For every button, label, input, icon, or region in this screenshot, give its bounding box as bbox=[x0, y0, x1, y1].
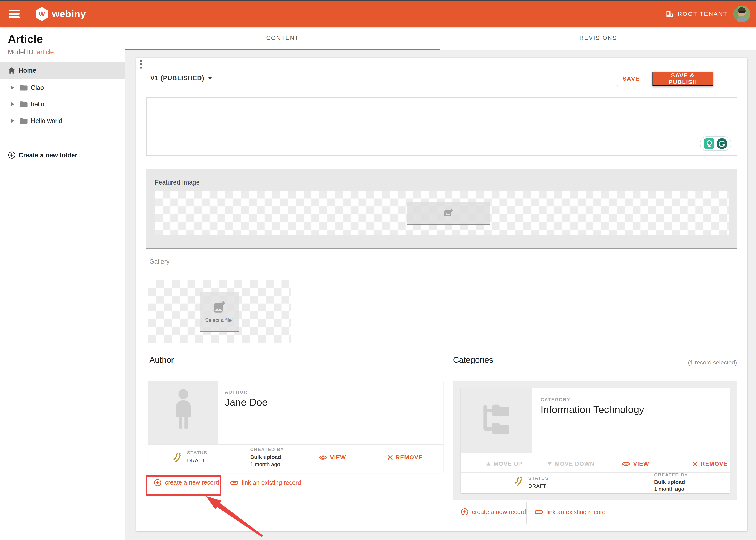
created-by-label: CREATED BY bbox=[250, 447, 284, 452]
draft-status-icon bbox=[514, 476, 524, 487]
top-app-bar: W webiny ROOT TENANT bbox=[0, 1, 756, 27]
featured-image-select-target[interactable] bbox=[407, 202, 490, 225]
author-section-heading: Author bbox=[149, 355, 174, 365]
rich-text-editor[interactable] bbox=[146, 97, 737, 156]
category-record-image bbox=[461, 388, 532, 453]
card-divider bbox=[461, 472, 730, 472]
categories-section-heading: Categories bbox=[453, 355, 493, 365]
tab-content[interactable]: CONTENT bbox=[125, 27, 441, 49]
save-button[interactable]: SAVE bbox=[617, 71, 645, 86]
sidebar: Article Model ID: article Home Ciao hell… bbox=[0, 27, 125, 540]
gallery-select-file-tile[interactable]: Select a file" bbox=[200, 292, 239, 332]
image-add-icon bbox=[443, 207, 454, 218]
grammarly-suggestion-icon[interactable] bbox=[704, 138, 715, 149]
author-remove-button[interactable]: REMOVE bbox=[387, 454, 423, 461]
content-entry-card: V1 (PUBLISHED) SAVE SAVE & PUBLISH bbox=[136, 58, 747, 531]
category-field-label: CATEGORY bbox=[540, 397, 570, 402]
caret-down-icon bbox=[208, 76, 212, 79]
author-create-record-button[interactable]: create a new record bbox=[154, 479, 219, 486]
close-icon bbox=[692, 461, 698, 467]
action-divider bbox=[226, 474, 226, 494]
category-link-record-button[interactable]: link an existing record bbox=[535, 508, 606, 516]
model-id-label: Model ID: bbox=[8, 48, 35, 56]
sidebar-item-folder-hello-world[interactable]: Hello world bbox=[0, 113, 125, 129]
gallery-dropzone[interactable]: Select a file" bbox=[148, 280, 291, 342]
records-selected-info: (1 record selected) bbox=[688, 359, 737, 366]
move-up-icon bbox=[486, 462, 491, 466]
add-circle-icon bbox=[461, 508, 469, 516]
category-view-button[interactable]: VIEW bbox=[622, 461, 649, 467]
model-id-value: article bbox=[37, 48, 54, 56]
revision-selector[interactable]: V1 (PUBLISHED) bbox=[150, 74, 212, 82]
category-move-up-button[interactable]: MOVE UP bbox=[486, 461, 523, 467]
eye-icon bbox=[319, 454, 327, 461]
author-name: Jane Doe bbox=[225, 396, 268, 408]
gallery-label: Gallery bbox=[149, 258, 170, 265]
select-file-label: Select a file" bbox=[205, 317, 233, 323]
link-icon bbox=[230, 479, 238, 487]
webiny-logo[interactable]: W webiny bbox=[35, 7, 86, 21]
section-divider bbox=[148, 374, 443, 374]
brand-wordmark: webiny bbox=[52, 8, 86, 20]
link-record-label: link an existing record bbox=[546, 508, 606, 516]
hamburger-menu-icon[interactable] bbox=[9, 10, 20, 18]
add-circle-icon bbox=[8, 151, 16, 159]
active-tab-indicator bbox=[125, 49, 441, 51]
sidebar-item-home[interactable]: Home bbox=[0, 62, 125, 79]
eye-icon bbox=[622, 461, 630, 467]
author-view-button[interactable]: VIEW bbox=[319, 454, 346, 461]
tab-label: CONTENT bbox=[266, 35, 299, 41]
user-avatar[interactable] bbox=[733, 6, 750, 22]
folder-tree-icon bbox=[478, 403, 515, 439]
page-title: Article bbox=[8, 32, 43, 45]
sidebar-item-folder-ciao[interactable]: Ciao bbox=[0, 79, 125, 96]
webiny-hexagon-icon: W bbox=[35, 7, 49, 21]
folder-icon bbox=[20, 101, 28, 108]
featured-image-label: Featured Image bbox=[155, 179, 200, 186]
kebab-menu-icon[interactable] bbox=[136, 58, 146, 70]
author-record-card: AUTHOR Jane Doe STATUS DRAFT CREATED BY … bbox=[148, 381, 443, 472]
chevron-right-icon[interactable] bbox=[11, 119, 16, 123]
tab-label: REVISIONS bbox=[579, 35, 617, 41]
close-icon bbox=[387, 455, 393, 460]
created-by-label: CREATED BY bbox=[654, 472, 688, 478]
create-record-label: create a new record bbox=[472, 508, 526, 515]
folder-icon bbox=[20, 84, 28, 91]
add-circle-icon bbox=[154, 479, 162, 486]
move-down-label: MOVE DOWN bbox=[555, 461, 594, 467]
category-create-record-button[interactable]: create a new record bbox=[461, 508, 526, 516]
category-name: Information Technology bbox=[540, 404, 644, 415]
category-record-card: CATEGORY Information Technology MOVE UP … bbox=[461, 388, 730, 493]
created-ago: 1 month ago bbox=[654, 486, 684, 492]
image-add-icon bbox=[212, 300, 227, 315]
grammarly-g-icon[interactable] bbox=[716, 138, 727, 149]
chevron-right-icon[interactable] bbox=[11, 102, 16, 106]
tenant-building-icon bbox=[666, 10, 674, 18]
category-remove-button[interactable]: REMOVE bbox=[692, 461, 728, 467]
author-field-label: AUTHOR bbox=[225, 389, 247, 395]
view-label: VIEW bbox=[330, 454, 346, 461]
folder-icon bbox=[20, 117, 28, 124]
sidebar-item-folder-hello[interactable]: hello bbox=[0, 96, 125, 113]
move-down-icon bbox=[547, 462, 552, 466]
category-move-down-button[interactable]: MOVE DOWN bbox=[547, 461, 595, 467]
webiny-cms-app: W webiny ROOT TENANT bbox=[0, 0, 756, 540]
revision-label: V1 (PUBLISHED) bbox=[150, 74, 205, 82]
save-publish-button[interactable]: SAVE & PUBLISH bbox=[652, 71, 713, 86]
featured-image-field: Featured Image bbox=[146, 169, 737, 249]
tab-revisions[interactable]: REVISIONS bbox=[440, 27, 756, 49]
tenant-selector[interactable]: ROOT TENANT bbox=[666, 10, 728, 18]
link-icon bbox=[535, 508, 543, 516]
action-divider bbox=[526, 502, 527, 523]
author-link-record-button[interactable]: link an existing record bbox=[230, 479, 301, 487]
featured-image-dropzone[interactable] bbox=[155, 191, 729, 235]
sidebar-item-label: Hello world bbox=[31, 117, 63, 124]
person-silhouette-icon bbox=[171, 389, 196, 436]
draft-status-icon bbox=[172, 452, 183, 464]
svg-text:W: W bbox=[39, 11, 45, 18]
grammarly-widget[interactable] bbox=[700, 136, 731, 151]
chevron-right-icon[interactable] bbox=[11, 85, 16, 90]
home-icon bbox=[8, 67, 16, 74]
status-value: DRAFT bbox=[529, 483, 546, 489]
create-folder-button[interactable]: Create a new folder bbox=[0, 147, 125, 164]
